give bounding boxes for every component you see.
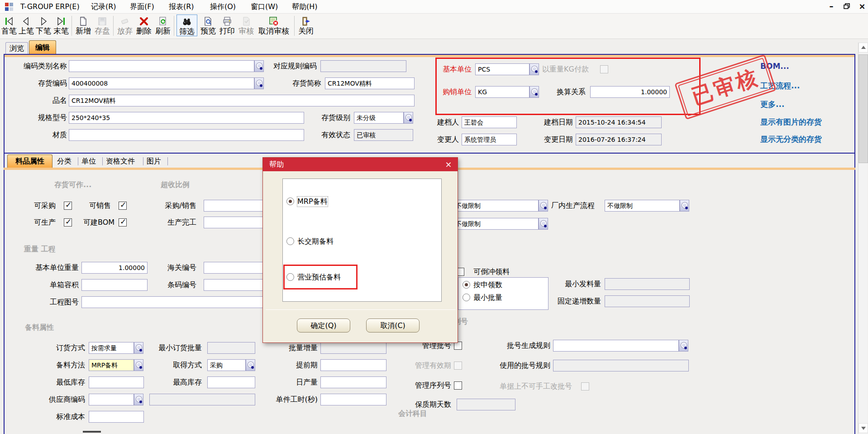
option-sales-estimate-label[interactable]: 营业预估备料: [297, 272, 341, 282]
item-short-field[interactable]: CR12MOV精料: [325, 77, 415, 89]
menu-item-ui[interactable]: 界面(F): [130, 2, 154, 12]
producible-checkbox[interactable]: [64, 218, 72, 227]
lead-time-label: 提前期: [280, 359, 318, 371]
lookup-button[interactable]: [680, 200, 689, 212]
menu-item-erp[interactable]: T-GROUP ERP(E): [20, 2, 80, 12]
option-long-lead-radio[interactable]: [286, 237, 294, 245]
menu-item-report[interactable]: 报表(R): [169, 2, 194, 12]
lookup-button[interactable]: [254, 60, 264, 72]
lookup-button[interactable]: [254, 77, 264, 89]
manage-serial-checkbox[interactable]: [454, 381, 462, 390]
link-show-unclassified[interactable]: 显示无分类的存货: [760, 134, 822, 145]
menu-item-help[interactable]: 帮助(H): [292, 2, 318, 12]
lookup-button[interactable]: [529, 63, 539, 75]
lookup-button[interactable]: [529, 86, 539, 98]
unit-time-field[interactable]: [320, 394, 386, 405]
toolbar-close-button[interactable]: 关闭: [297, 14, 315, 35]
restore-button[interactable]: [841, 1, 853, 12]
supplier-code-field[interactable]: [89, 394, 134, 405]
toolbar-label: 筛选: [179, 27, 195, 36]
link-more[interactable]: 更多...: [760, 99, 784, 110]
toolbar-add-button[interactable]: 新增: [74, 14, 92, 35]
vertical-scrollbar[interactable]: [858, 43, 868, 434]
lookup-button[interactable]: [246, 359, 255, 371]
toolbar-delete-button[interactable]: 删除: [135, 14, 153, 35]
product-name-field[interactable]: CR12MOV精料: [69, 95, 415, 106]
sellable-checkbox[interactable]: [119, 202, 127, 210]
lead-time-field[interactable]: [320, 359, 386, 371]
minimize-button[interactable]: –: [825, 1, 837, 12]
spec-field[interactable]: 250*240*35: [69, 112, 304, 124]
by-request-radio[interactable]: [463, 281, 470, 289]
toolbar-last-button[interactable]: 末笔: [52, 14, 70, 35]
chevron-up-icon: [861, 46, 866, 49]
toolbar-print-button[interactable]: 打印: [218, 14, 236, 35]
scroll-down-button[interactable]: [858, 423, 868, 433]
item-code-field[interactable]: 400400008: [69, 77, 254, 89]
lookup-button[interactable]: [679, 340, 688, 352]
order-mode-field[interactable]: 按需求量: [89, 342, 134, 354]
lookup-button[interactable]: [404, 112, 413, 124]
tab-browse[interactable]: 浏览: [5, 42, 28, 54]
tab-edit[interactable]: 编辑: [29, 40, 56, 54]
ok-button[interactable]: 确定(Q): [297, 318, 350, 333]
audited-stamp: 已审核: [674, 54, 777, 120]
std-cost-field[interactable]: [89, 411, 144, 423]
subtab-picture[interactable]: 图片: [147, 155, 165, 167]
factory-flow-field[interactable]: 不做限制: [605, 200, 680, 212]
toolbar-discard-button[interactable]: 放弃: [116, 14, 134, 35]
material-field[interactable]: [69, 129, 304, 141]
toolbar-preview-button[interactable]: 预览: [199, 14, 217, 35]
lookup-button[interactable]: [539, 218, 548, 230]
max-stock-field[interactable]: [207, 376, 255, 388]
option-mrp-label[interactable]: MRP备料: [297, 197, 328, 207]
subtab-category[interactable]: 分类: [57, 155, 75, 167]
toolbar-filter-button[interactable]: 筛选: [176, 14, 197, 36]
min-stock-field[interactable]: [89, 376, 144, 388]
toolbar-audit-button[interactable]: 审核: [237, 14, 255, 35]
subtab-unit[interactable]: 单位: [81, 155, 100, 167]
purchasable-checkbox[interactable]: [64, 202, 72, 210]
code-category-field[interactable]: [69, 60, 254, 72]
dialog-close-icon[interactable]: ×: [443, 159, 454, 170]
toolbar-refresh-button[interactable]: 刷新: [154, 14, 172, 35]
min-batch-radio[interactable]: [463, 294, 470, 301]
lookup-button[interactable]: [134, 359, 143, 371]
level-field[interactable]: 未分级: [354, 112, 404, 124]
min-order-qty-label: 最小订货批量: [149, 342, 202, 354]
link-show-with-images[interactable]: 显示有图片的存货: [760, 117, 822, 127]
prep-method-field[interactable]: MRP备料: [89, 359, 134, 371]
subtab-qualification[interactable]: 资格文件: [106, 155, 141, 167]
toolbar-first-button[interactable]: 首笔: [1, 14, 17, 35]
can-bom-checkbox[interactable]: [119, 218, 127, 227]
toolbar-save-button[interactable]: 存盘: [93, 14, 111, 35]
menu-item-window[interactable]: 窗口(W): [251, 2, 278, 12]
lookup-button[interactable]: [134, 342, 143, 354]
menu-item-action[interactable]: 操作(O): [210, 2, 236, 12]
option-mrp-radio[interactable]: [286, 198, 294, 205]
lookup-button[interactable]: [134, 394, 143, 405]
box-volume-field[interactable]: [81, 279, 148, 291]
batch-rule-field[interactable]: [553, 340, 679, 352]
restrict-a-field[interactable]: 不做限制: [453, 200, 539, 212]
scrollbar-thumb[interactable]: [858, 54, 868, 163]
close-button[interactable]: ×: [856, 1, 868, 12]
base-unit-field[interactable]: PCS: [475, 63, 529, 75]
toolbar-cancel-audit-button[interactable]: 取消审核: [256, 14, 291, 35]
lookup-button[interactable]: [539, 200, 548, 212]
cancel-button[interactable]: 取消(C): [366, 318, 420, 333]
option-sales-estimate-radio[interactable]: [286, 273, 294, 281]
conversion-field[interactable]: 1.00000: [590, 86, 670, 98]
base-unit-weight-field[interactable]: 1.00000: [81, 262, 148, 274]
toolbar-prev-button[interactable]: 上笔: [18, 14, 34, 35]
restrict-b-field[interactable]: 不做限制: [453, 218, 539, 230]
scroll-up-button[interactable]: [858, 43, 868, 53]
subtab-item-attributes[interactable]: 料品属性: [7, 154, 52, 168]
acquire-mode-field[interactable]: 采购: [207, 359, 246, 371]
audit-icon: [241, 14, 252, 27]
trade-unit-field[interactable]: KG: [475, 86, 529, 98]
option-long-lead-label[interactable]: 长交期备料: [297, 236, 334, 246]
menu-item-record[interactable]: 记录(R): [91, 2, 116, 12]
toolbar-next-button[interactable]: 下笔: [35, 14, 52, 35]
daily-output-field[interactable]: [320, 376, 386, 388]
